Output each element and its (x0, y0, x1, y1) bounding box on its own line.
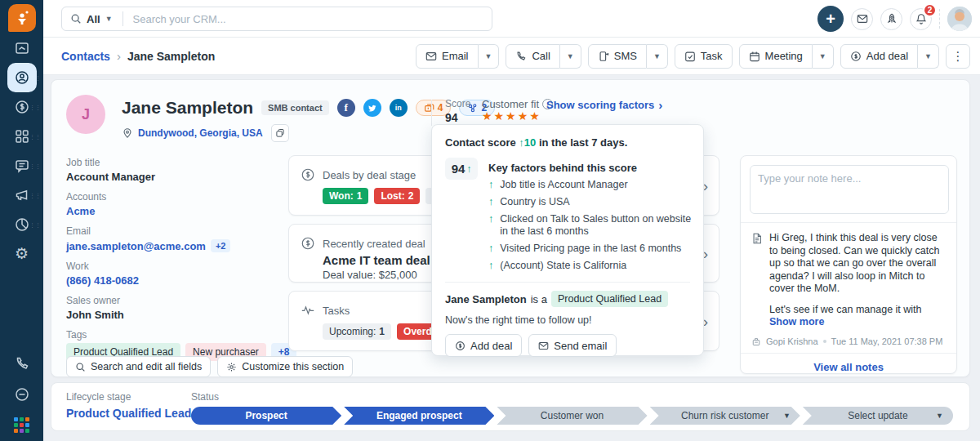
email-dropdown-button[interactable]: ▼ (479, 44, 500, 69)
note-input[interactable] (750, 165, 949, 214)
email-inbox-button[interactable] (851, 8, 873, 30)
notifications-button[interactable]: 2 (910, 8, 932, 30)
drag-handle-icon[interactable]: ⋮⋮ (29, 76, 41, 78)
phone-link[interactable]: (866) 418-0682 (66, 274, 139, 287)
email-link[interactable]: jane.sampleton@acme.com (66, 240, 206, 252)
call-button[interactable]: Call (506, 44, 559, 69)
whats-new-button[interactable] (880, 8, 902, 30)
stage-customer-won[interactable]: Customer won (497, 407, 647, 425)
stage-select-update[interactable]: Select update▼ (803, 407, 953, 425)
search-scope[interactable]: All (87, 13, 100, 25)
sidebar-item-phone[interactable] (14, 355, 30, 375)
task-button[interactable]: Task (675, 44, 733, 69)
envelope-icon (857, 13, 868, 24)
contact-location-link[interactable]: Dundywood, Georgia, USA (138, 127, 263, 139)
add-deal-dropdown-button[interactable]: ▼ (918, 44, 939, 69)
copy-button[interactable] (271, 124, 289, 142)
sidebar-item-support[interactable] (14, 386, 30, 406)
factor-item: ↑Job title is Account Manager (488, 179, 693, 191)
note-doc-icon (751, 233, 763, 244)
up-arrow-icon: ↑ (488, 196, 493, 208)
sms-button[interactable]: SMS (588, 44, 647, 69)
chevron-right-icon: › (658, 98, 662, 112)
search-input[interactable] (133, 13, 483, 25)
up-arrow-icon: ↑ (488, 213, 493, 238)
view-all-notes-link[interactable]: View all notes (741, 353, 956, 375)
facebook-icon[interactable]: f (337, 99, 355, 117)
note-item[interactable]: Hi Greg, I think this deal is very close… (741, 223, 956, 296)
follow-up-cta: Now's the right time to follow up! (445, 314, 690, 326)
sidebar-item-products[interactable]: ⋮⋮ (0, 122, 43, 149)
user-avatar[interactable] (947, 7, 972, 31)
divider (445, 282, 690, 283)
help-chat-icon (14, 386, 30, 403)
drag-handle-icon[interactable]: ⋮⋮ (29, 135, 41, 137)
app-switcher-icon[interactable] (14, 417, 29, 433)
show-more-link[interactable]: Show more (769, 316, 824, 327)
meeting-button[interactable]: Meeting (739, 44, 813, 69)
divider (939, 9, 940, 29)
drag-handle-icon[interactable]: ⋮⋮ (29, 223, 41, 225)
meeting-dropdown-button[interactable]: ▼ (813, 44, 834, 69)
factors-title: Key factors behind this score (488, 162, 693, 174)
sidebar-item-settings[interactable]: ⚙ (0, 240, 43, 267)
customer-fit-text: Customer fit (482, 98, 539, 110)
stage-prospect[interactable]: Prospect (191, 407, 341, 425)
stage-engaged-prospect[interactable]: Engaged prospect (344, 407, 494, 425)
more-actions-button[interactable]: ⋮ (946, 44, 970, 69)
sidebar-item-analytics[interactable]: ⋮⋮ (0, 211, 43, 238)
task-icon (684, 51, 696, 62)
drag-handle-icon[interactable]: ⋮⋮ (29, 164, 41, 167)
drag-handle-icon[interactable]: ⋮⋮ (29, 105, 41, 108)
stage-churn-risk[interactable]: Churn risk customer▼ (650, 407, 800, 425)
phone-icon (515, 51, 527, 62)
breadcrumb-contacts-link[interactable]: Contacts (61, 50, 110, 63)
linkedin-icon[interactable]: in (390, 99, 408, 117)
field-label: Sales owner (66, 295, 311, 306)
contact-name: Jane Sampleton (122, 98, 253, 118)
lifecycle-stage-select[interactable]: Product Qualified Lead ▼ (66, 407, 203, 420)
topbar: All ▼ + 2 (43, 0, 980, 38)
status-pipeline: Prospect Engaged prospect Customer won C… (191, 407, 953, 425)
sidebar-item-conversations[interactable]: ⋮⋮ (0, 152, 43, 179)
more-emails-badge[interactable]: +2 (211, 239, 231, 252)
email-button[interactable]: Email (416, 44, 479, 69)
customer-fit-label: Customer fit i (482, 98, 553, 110)
sidebar-item-contacts[interactable]: ⋮⋮ (0, 64, 43, 91)
popover-headline-suffix: in the last 7 days. (539, 136, 627, 149)
page-header: Contacts › Jane Sampleton Email ▼ Call ▼ (43, 38, 980, 75)
chevron-right-icon: › (117, 49, 121, 63)
factors-list: ↑Job title is Account Manager ↑Country i… (488, 179, 693, 272)
sms-dropdown-button[interactable]: ▼ (647, 44, 668, 69)
popover-add-deal-button[interactable]: Add deal (445, 334, 522, 357)
global-search[interactable]: All ▼ (61, 7, 492, 31)
search-icon (70, 13, 82, 24)
breadcrumb: Contacts › Jane Sampleton (61, 49, 215, 63)
note-body-continued: Let's see if we can manage it with (769, 304, 922, 315)
user-photo-icon (947, 7, 972, 31)
chat-icon (14, 158, 30, 174)
search-edit-fields-button[interactable]: Search and edit all fields (66, 356, 211, 377)
drag-handle-icon[interactable]: ⋮⋮ (29, 194, 41, 196)
popover-headline: Contact score (445, 136, 516, 149)
notes-panel: Hi Greg, I think this deal is very close… (740, 155, 957, 374)
sidebar-item-dashboard[interactable] (0, 34, 43, 61)
twitter-icon[interactable] (363, 99, 381, 117)
note-body: Hi Greg, I think this deal is very close… (769, 232, 946, 296)
popover-send-email-button[interactable]: Send email (528, 334, 617, 357)
sidebar-item-campaigns[interactable]: ⋮⋮ (0, 181, 43, 208)
chevron-down-icon: ▼ (485, 52, 492, 60)
twitter-bird-icon (367, 103, 377, 114)
dollar-circle-icon (455, 341, 466, 351)
customize-section-button[interactable]: Customize this section (217, 356, 353, 377)
email-button-label: Email (442, 50, 469, 62)
lost-badge: Lost:2 (374, 188, 420, 204)
call-dropdown-button[interactable]: ▼ (560, 44, 581, 69)
account-link[interactable]: Acme (66, 205, 95, 217)
quick-add-button[interactable]: + (817, 6, 844, 32)
app-logo[interactable] (8, 4, 36, 32)
show-scoring-factors-link[interactable]: Show scoring factors › (546, 98, 662, 112)
search-icon (75, 362, 86, 372)
sidebar-item-deals[interactable]: ⋮⋮ (0, 93, 43, 120)
add-deal-button[interactable]: Add deal (840, 44, 918, 69)
